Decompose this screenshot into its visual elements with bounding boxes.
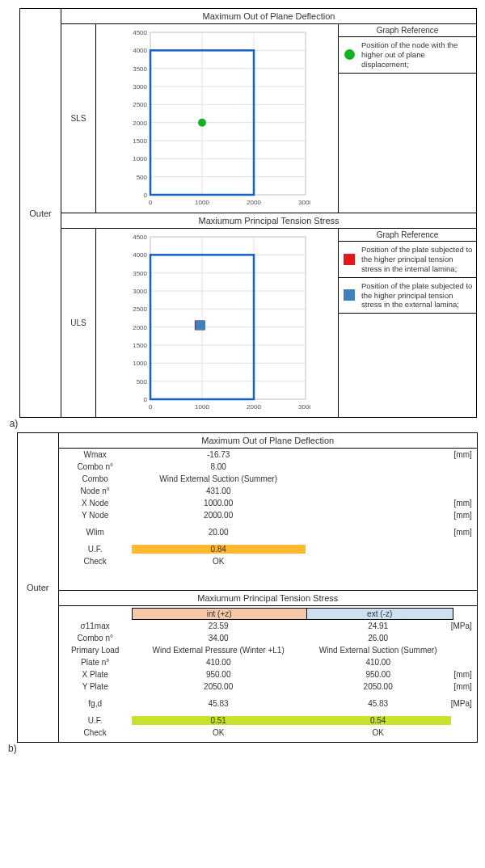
svg-text:500: 500 <box>136 174 147 181</box>
green-circle-icon <box>342 48 356 62</box>
fgd-row: fg,d 45.83 45.83 [MPa] <box>59 697 477 710</box>
uf-ext: 0.54 <box>306 716 451 725</box>
sls-label: SLS <box>61 24 96 213</box>
panel-a: Outer Maximum Out of Plane Deflection SL… <box>19 8 477 418</box>
table-row: σ11max23.5924.91[MPa] <box>59 620 477 632</box>
legend-row-green: Position of the node with the higher out… <box>339 37 476 74</box>
svg-text:3000: 3000 <box>298 403 310 411</box>
svg-rect-31 <box>150 237 306 399</box>
legend-row-red: Position of the plate subjected to the h… <box>339 242 476 278</box>
svg-text:2000: 2000 <box>247 403 261 411</box>
svg-text:0: 0 <box>143 192 147 199</box>
ext-col-header: ext (-z) <box>307 608 453 620</box>
svg-text:0: 0 <box>148 403 152 411</box>
table-row: X Node1000.00[mm] <box>59 497 477 509</box>
svg-text:0: 0 <box>143 396 147 403</box>
table-row: Node n°431.00 <box>59 485 477 497</box>
uf-int: 0.51 <box>132 716 306 725</box>
legend-row-blue: Position of the plate subjected to the h… <box>339 278 476 314</box>
table-row: Primary LoadWind External Pressure (Wint… <box>59 644 477 656</box>
uls-legend: Graph Reference Position of the plate su… <box>339 229 476 417</box>
svg-text:3500: 3500 <box>133 270 147 277</box>
svg-text:3500: 3500 <box>133 65 147 73</box>
svg-text:0: 0 <box>148 199 152 206</box>
stress-title-b: Maxiumum Principal Tension Stress <box>59 591 477 606</box>
uls-graph: 0500100015002000250030003500400045000100… <box>96 229 339 417</box>
stress-title-a: Maxiumum Principal Tension Stress <box>61 213 476 229</box>
legend-text: Position of the node with the higher out… <box>361 40 473 70</box>
svg-rect-0 <box>150 32 306 195</box>
deflection-title-b: Maximum Out of Plane Deflection <box>59 433 477 449</box>
sls-graph: 0500100015002000250030003500400045000100… <box>96 24 339 213</box>
blue-square-icon <box>342 288 356 302</box>
int-col-header: int (+z) <box>132 608 307 620</box>
svg-text:4000: 4000 <box>133 47 147 54</box>
svg-text:4000: 4000 <box>133 251 147 259</box>
uls-label: ULS <box>61 229 96 417</box>
panel-b: Outer Maximum Out of Plane Deflection Wm… <box>17 432 478 743</box>
panel-b-tag: b) <box>8 432 17 757</box>
svg-point-30 <box>198 119 206 127</box>
graph-ref-header-2: Graph Reference <box>339 229 476 242</box>
red-square-icon <box>342 252 356 267</box>
check-row: Check OK <box>59 555 477 567</box>
table-row: X Plate950.00950.00[mm] <box>59 668 477 680</box>
graph-ref-header-1: Graph Reference <box>339 24 476 37</box>
table-row: ComboWind External Suction (Summer) <box>59 473 477 485</box>
svg-text:4500: 4500 <box>133 234 147 241</box>
table-row: Wmax-16.73[mm] <box>59 449 477 461</box>
check-row-stress: Check OK OK <box>59 727 477 739</box>
svg-text:1000: 1000 <box>195 199 209 206</box>
svg-text:3000: 3000 <box>133 83 147 91</box>
svg-text:2500: 2500 <box>133 101 147 108</box>
svg-text:3000: 3000 <box>298 199 310 206</box>
sls-legend: Graph Reference Position of the node wit… <box>339 24 476 213</box>
sls-section: SLS 050010001500200025003000350040004500… <box>61 24 476 213</box>
legend-text: Position of the plate subjected to the h… <box>361 245 473 274</box>
table-row: Y Plate2050.002050.00[mm] <box>59 680 477 693</box>
svg-rect-62 <box>196 320 205 330</box>
svg-text:2500: 2500 <box>133 305 147 313</box>
table-row: Combo n°34.0026.00 <box>59 632 477 644</box>
svg-text:1000: 1000 <box>133 155 147 162</box>
svg-text:500: 500 <box>136 378 147 386</box>
outer-label-b: Outer <box>18 433 59 742</box>
svg-text:2000: 2000 <box>247 199 261 206</box>
svg-text:1500: 1500 <box>133 137 147 145</box>
svg-text:4500: 4500 <box>133 29 147 36</box>
uls-section: ULS 050010001500200025003000350040004500… <box>61 229 476 417</box>
svg-text:2000: 2000 <box>133 324 147 331</box>
svg-text:3000: 3000 <box>133 288 147 295</box>
wlim-row: Wlim 20.00 [mm] <box>59 526 477 538</box>
stress-data: Maxiumum Principal Tension Stress int (+… <box>59 591 477 742</box>
uf-row: U.F. 0.84 <box>59 543 477 555</box>
svg-text:2000: 2000 <box>133 120 147 127</box>
outer-label-a: Outer <box>20 9 61 417</box>
svg-text:1000: 1000 <box>133 360 147 367</box>
table-row: Plate n°410.00410.00 <box>59 656 477 668</box>
table-row: Combo n°8.00 <box>59 461 477 473</box>
svg-text:1500: 1500 <box>133 342 147 349</box>
uf-value: 0.84 <box>132 545 306 554</box>
deflection-data: Maximum Out of Plane Deflection Wmax-16.… <box>59 433 477 591</box>
stress-column-headers: int (+z) ext (-z) <box>59 608 477 620</box>
svg-text:1000: 1000 <box>195 403 209 411</box>
panel-a-tag: a) <box>8 8 19 432</box>
table-row: Y Node2000.00[mm] <box>59 509 477 521</box>
uf-row-stress: U.F. 0.51 0.54 <box>59 714 477 727</box>
legend-text: Position of the plate subjected to the h… <box>361 281 473 310</box>
deflection-title-a: Maximum Out of Plane Deflection <box>61 9 476 24</box>
